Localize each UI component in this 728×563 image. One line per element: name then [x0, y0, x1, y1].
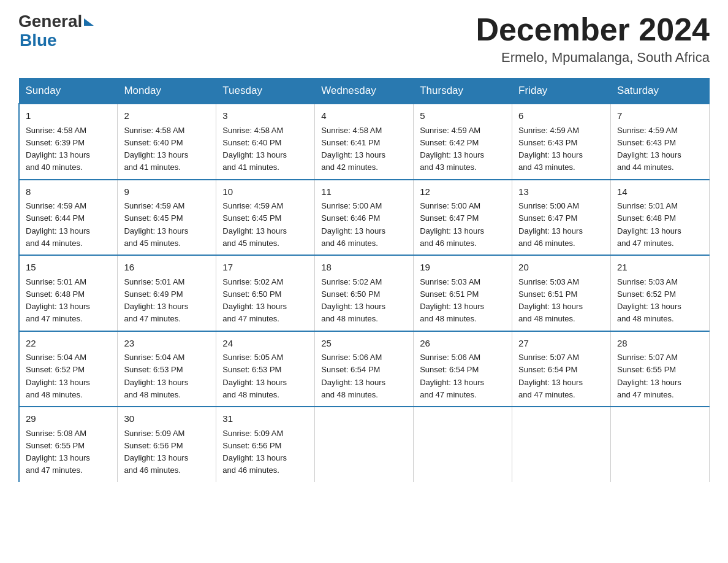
day-info: Sunrise: 4:59 AMSunset: 6:43 PMDaylight:… — [617, 126, 681, 172]
calendar-day-cell: 15 Sunrise: 5:01 AMSunset: 6:48 PMDaylig… — [19, 255, 118, 331]
day-number: 12 — [420, 185, 506, 199]
day-number: 10 — [222, 185, 308, 199]
header-monday: Monday — [118, 79, 216, 104]
day-info: Sunrise: 5:03 AMSunset: 6:51 PMDaylight:… — [420, 277, 484, 324]
calendar-day-cell: 6 Sunrise: 4:59 AMSunset: 6:43 PMDayligh… — [512, 104, 611, 180]
day-number: 4 — [321, 109, 407, 123]
calendar-day-cell: 8 Sunrise: 4:59 AMSunset: 6:44 PMDayligh… — [19, 180, 118, 256]
logo-blue-text: Blue — [20, 31, 94, 50]
day-number: 9 — [124, 185, 210, 199]
day-info: Sunrise: 5:03 AMSunset: 6:51 PMDaylight:… — [518, 277, 583, 324]
day-info: Sunrise: 4:58 AMSunset: 6:40 PMDaylight:… — [222, 126, 287, 172]
weekday-header-row: Sunday Monday Tuesday Wednesday Thursday… — [19, 79, 710, 104]
calendar-day-cell: 16 Sunrise: 5:01 AMSunset: 6:49 PMDaylig… — [118, 255, 216, 331]
logo: General Blue — [18, 12, 94, 50]
day-number: 17 — [222, 261, 308, 275]
day-number: 8 — [26, 185, 111, 199]
day-number: 18 — [321, 261, 407, 275]
calendar-day-cell: 29 Sunrise: 5:08 AMSunset: 6:55 PMDaylig… — [19, 407, 118, 482]
calendar-day-cell: 5 Sunrise: 4:59 AMSunset: 6:42 PMDayligh… — [414, 104, 512, 180]
day-info: Sunrise: 5:02 AMSunset: 6:50 PMDaylight:… — [321, 277, 385, 324]
calendar-day-cell: 10 Sunrise: 4:59 AMSunset: 6:45 PMDaylig… — [216, 180, 315, 256]
day-number: 28 — [617, 337, 703, 351]
calendar-day-cell: 4 Sunrise: 4:58 AMSunset: 6:41 PMDayligh… — [315, 104, 414, 180]
day-info: Sunrise: 5:04 AMSunset: 6:53 PMDaylight:… — [124, 353, 188, 399]
calendar-day-cell: 7 Sunrise: 4:59 AMSunset: 6:43 PMDayligh… — [611, 104, 710, 180]
header-friday: Friday — [512, 79, 611, 104]
day-info: Sunrise: 5:01 AMSunset: 6:48 PMDaylight:… — [617, 201, 681, 248]
day-info: Sunrise: 5:00 AMSunset: 6:47 PMDaylight:… — [518, 201, 583, 248]
day-number: 26 — [420, 337, 506, 351]
calendar-day-cell — [315, 407, 414, 482]
day-info: Sunrise: 5:05 AMSunset: 6:53 PMDaylight:… — [222, 353, 287, 399]
month-title: December 2024 — [476, 12, 710, 47]
day-info: Sunrise: 5:06 AMSunset: 6:54 PMDaylight:… — [420, 353, 484, 399]
day-number: 27 — [518, 337, 604, 351]
location-title: Ermelo, Mpumalanga, South Africa — [476, 50, 710, 66]
calendar-day-cell: 2 Sunrise: 4:58 AMSunset: 6:40 PMDayligh… — [118, 104, 216, 180]
calendar-day-cell: 22 Sunrise: 5:04 AMSunset: 6:52 PMDaylig… — [19, 331, 118, 407]
day-info: Sunrise: 5:00 AMSunset: 6:46 PMDaylight:… — [321, 201, 385, 248]
day-number: 13 — [518, 185, 604, 199]
day-info: Sunrise: 5:04 AMSunset: 6:52 PMDaylight:… — [26, 353, 90, 399]
calendar-day-cell: 26 Sunrise: 5:06 AMSunset: 6:54 PMDaylig… — [414, 331, 512, 407]
day-number: 25 — [321, 337, 407, 351]
day-info: Sunrise: 5:08 AMSunset: 6:55 PMDaylight:… — [26, 429, 90, 475]
day-info: Sunrise: 5:09 AMSunset: 6:56 PMDaylight:… — [124, 429, 188, 475]
day-info: Sunrise: 5:09 AMSunset: 6:56 PMDaylight:… — [222, 429, 287, 475]
day-number: 15 — [26, 261, 111, 275]
day-number: 22 — [26, 337, 111, 351]
calendar-day-cell: 18 Sunrise: 5:02 AMSunset: 6:50 PMDaylig… — [315, 255, 414, 331]
day-info: Sunrise: 4:59 AMSunset: 6:44 PMDaylight:… — [26, 201, 90, 248]
calendar-day-cell: 27 Sunrise: 5:07 AMSunset: 6:54 PMDaylig… — [512, 331, 611, 407]
calendar-day-cell: 11 Sunrise: 5:00 AMSunset: 6:46 PMDaylig… — [315, 180, 414, 256]
day-info: Sunrise: 5:07 AMSunset: 6:54 PMDaylight:… — [518, 353, 583, 399]
calendar-day-cell — [414, 407, 512, 482]
day-number: 20 — [518, 261, 604, 275]
calendar-day-cell: 25 Sunrise: 5:06 AMSunset: 6:54 PMDaylig… — [315, 331, 414, 407]
calendar-day-cell: 31 Sunrise: 5:09 AMSunset: 6:56 PMDaylig… — [216, 407, 315, 482]
calendar-day-cell: 28 Sunrise: 5:07 AMSunset: 6:55 PMDaylig… — [611, 331, 710, 407]
calendar-day-cell — [512, 407, 611, 482]
day-info: Sunrise: 4:59 AMSunset: 6:45 PMDaylight:… — [124, 201, 188, 248]
day-info: Sunrise: 4:59 AMSunset: 6:42 PMDaylight:… — [420, 126, 484, 172]
calendar-day-cell: 17 Sunrise: 5:02 AMSunset: 6:50 PMDaylig… — [216, 255, 315, 331]
day-info: Sunrise: 5:07 AMSunset: 6:55 PMDaylight:… — [617, 353, 681, 399]
calendar-week-row: 8 Sunrise: 4:59 AMSunset: 6:44 PMDayligh… — [19, 180, 710, 256]
day-info: Sunrise: 5:01 AMSunset: 6:48 PMDaylight:… — [26, 277, 90, 324]
day-number: 29 — [26, 412, 111, 426]
calendar-week-row: 29 Sunrise: 5:08 AMSunset: 6:55 PMDaylig… — [19, 407, 710, 482]
day-number: 1 — [26, 109, 111, 123]
day-info: Sunrise: 5:02 AMSunset: 6:50 PMDaylight:… — [222, 277, 287, 324]
day-info: Sunrise: 4:59 AMSunset: 6:43 PMDaylight:… — [518, 126, 583, 172]
day-number: 19 — [420, 261, 506, 275]
header-saturday: Saturday — [611, 79, 710, 104]
day-info: Sunrise: 4:58 AMSunset: 6:39 PMDaylight:… — [26, 126, 90, 172]
calendar-day-cell: 24 Sunrise: 5:05 AMSunset: 6:53 PMDaylig… — [216, 331, 315, 407]
calendar-day-cell: 13 Sunrise: 5:00 AMSunset: 6:47 PMDaylig… — [512, 180, 611, 256]
day-number: 23 — [124, 337, 210, 351]
calendar-day-cell: 20 Sunrise: 5:03 AMSunset: 6:51 PMDaylig… — [512, 255, 611, 331]
calendar-week-row: 1 Sunrise: 4:58 AMSunset: 6:39 PMDayligh… — [19, 104, 710, 180]
calendar-day-cell: 21 Sunrise: 5:03 AMSunset: 6:52 PMDaylig… — [611, 255, 710, 331]
header-thursday: Thursday — [414, 79, 512, 104]
header-wednesday: Wednesday — [315, 79, 414, 104]
day-number: 3 — [222, 109, 308, 123]
day-number: 2 — [124, 109, 210, 123]
calendar-day-cell: 1 Sunrise: 4:58 AMSunset: 6:39 PMDayligh… — [19, 104, 118, 180]
calendar-day-cell: 23 Sunrise: 5:04 AMSunset: 6:53 PMDaylig… — [118, 331, 216, 407]
day-number: 7 — [617, 109, 703, 123]
day-number: 11 — [321, 185, 407, 199]
day-info: Sunrise: 5:01 AMSunset: 6:49 PMDaylight:… — [124, 277, 188, 324]
header-sunday: Sunday — [19, 79, 118, 104]
day-number: 6 — [518, 109, 604, 123]
day-number: 30 — [124, 412, 210, 426]
day-info: Sunrise: 4:59 AMSunset: 6:45 PMDaylight:… — [222, 201, 287, 248]
page-header: General Blue December 2024 Ermelo, Mpuma… — [18, 12, 710, 66]
calendar-day-cell: 30 Sunrise: 5:09 AMSunset: 6:56 PMDaylig… — [118, 407, 216, 482]
logo-triangle-icon — [84, 18, 94, 26]
calendar-day-cell — [611, 407, 710, 482]
day-info: Sunrise: 4:58 AMSunset: 6:40 PMDaylight:… — [124, 126, 188, 172]
logo-general-text: General — [18, 12, 82, 31]
calendar-day-cell: 19 Sunrise: 5:03 AMSunset: 6:51 PMDaylig… — [414, 255, 512, 331]
